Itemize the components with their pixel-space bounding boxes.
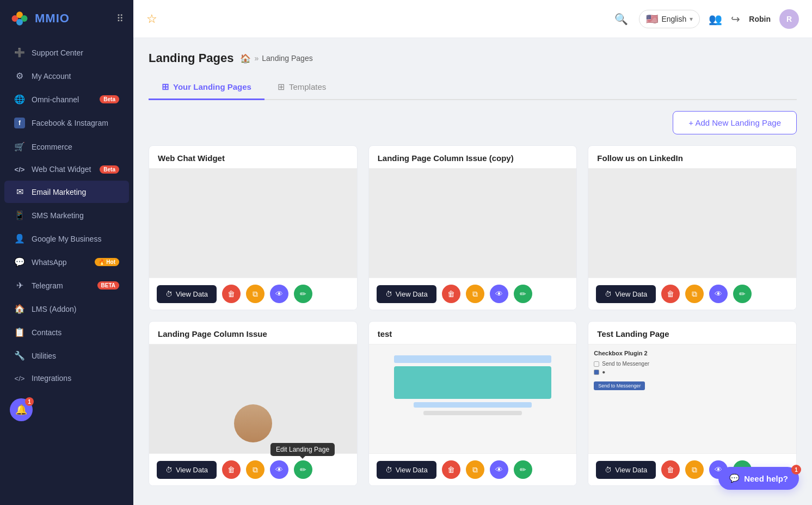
card-actions: ⏱ View Data 🗑 ⧉ 👁 ✏ bbox=[369, 278, 577, 310]
sidebar-item-email[interactable]: ✉ Email Marketing bbox=[4, 181, 129, 203]
sidebar-item-sms[interactable]: 📱 SMS Marketing bbox=[4, 204, 129, 226]
sidebar-item-ecommerce[interactable]: 🛒 Ecommerce bbox=[4, 136, 129, 158]
utilities-icon: 🔧 bbox=[14, 350, 25, 361]
sidebar-item-label: Email Marketing bbox=[32, 188, 119, 196]
notification-button[interactable]: 🔔 1 bbox=[10, 398, 33, 421]
tabs: ⊞ Your Landing Pages ⊞ Templates bbox=[149, 76, 797, 100]
delete-button[interactable]: 🗑 bbox=[222, 460, 241, 479]
tab-icon-your-pages: ⊞ bbox=[162, 82, 169, 92]
sidebar-item-lms[interactable]: 🏠 LMS (Addon) bbox=[4, 298, 129, 320]
grid-icon[interactable]: ⠿ bbox=[116, 13, 124, 24]
card-preview bbox=[149, 344, 357, 453]
sidebar-item-support[interactable]: ➕ Support Center bbox=[4, 41, 129, 64]
copy-button[interactable]: ⧉ bbox=[685, 285, 704, 303]
sidebar-item-label: SMS Marketing bbox=[32, 211, 119, 220]
sidebar-item-label: Telegram bbox=[32, 281, 91, 290]
avatar[interactable]: R bbox=[779, 9, 799, 29]
sidebar-logo: MMIO ⠿ bbox=[0, 0, 133, 37]
test-preview bbox=[369, 344, 577, 453]
preview-heading-bar3 bbox=[423, 411, 522, 415]
contacts-icon: 📋 bbox=[14, 327, 25, 337]
add-new-landing-page-button[interactable]: + Add New Landing Page bbox=[673, 111, 797, 134]
preview-checkbox-row2: ● bbox=[594, 369, 791, 375]
home-icon[interactable]: 🏠 bbox=[240, 53, 251, 64]
main-area: ☆ 🔍 🇺🇸 English ▾ 👥 ↪ Robin R Landing Pag… bbox=[133, 0, 812, 505]
view-data-button[interactable]: ⏱ View Data bbox=[157, 285, 217, 303]
preview-button[interactable]: 👁 bbox=[709, 285, 728, 303]
edit-button-wrapper: ✏ Edit Landing Page bbox=[293, 460, 312, 479]
delete-button[interactable]: 🗑 bbox=[661, 285, 680, 303]
language-label: English bbox=[661, 15, 686, 23]
copy-button[interactable]: ⧉ bbox=[466, 285, 484, 303]
tab-label-templates: Templates bbox=[289, 82, 326, 91]
notification-count: 1 bbox=[25, 397, 34, 406]
whatsapp-icon: 💬 bbox=[14, 257, 25, 267]
view-data-button[interactable]: ⏱ View Data bbox=[596, 461, 656, 479]
sidebar-item-whatsapp[interactable]: 💬 WhatsApp 🔥 Hot bbox=[4, 251, 129, 273]
need-help-label: Need help? bbox=[744, 474, 788, 483]
view-data-button[interactable]: ⏱ View Data bbox=[157, 461, 217, 479]
sidebar-item-omnichannel[interactable]: 🌐 Omni-channel Beta bbox=[4, 88, 129, 110]
edit-button[interactable]: ✏ bbox=[514, 460, 532, 479]
breadcrumb-landing-pages[interactable]: Landing Pages bbox=[262, 54, 312, 63]
sidebar-item-label: Integrations bbox=[32, 374, 119, 383]
preview-heading-bar bbox=[394, 355, 551, 363]
sidebar-item-label: Support Center bbox=[32, 48, 119, 57]
messenger-button: Send to Messenger bbox=[594, 381, 645, 390]
delete-button[interactable]: 🗑 bbox=[661, 460, 680, 479]
preview-button[interactable]: 👁 bbox=[490, 460, 508, 479]
checkbox-label2: ● bbox=[602, 369, 605, 375]
sidebar-item-myaccount[interactable]: ⚙ My Account bbox=[4, 65, 129, 87]
sidebar-item-telegram[interactable]: ✈ Telegram BETA bbox=[4, 274, 129, 297]
search-icon[interactable]: 🔍 bbox=[612, 10, 630, 28]
card-actions: ⏱ View Data 🗑 ⧉ 👁 ✏ bbox=[149, 278, 357, 310]
view-data-button[interactable]: ⏱ View Data bbox=[596, 285, 656, 303]
copy-button[interactable]: ⧉ bbox=[466, 460, 484, 479]
cart-icon: 🛒 bbox=[14, 141, 25, 152]
sidebar-item-webchat[interactable]: </> Web Chat Widget Beta bbox=[4, 159, 129, 180]
clock-icon: ⏱ bbox=[605, 290, 612, 298]
card-preview bbox=[588, 169, 796, 278]
sidebar-item-label: My Account bbox=[32, 72, 119, 81]
preview-button[interactable]: 👁 bbox=[490, 285, 508, 303]
view-data-button[interactable]: ⏱ View Data bbox=[377, 461, 436, 479]
globe-icon: 🌐 bbox=[14, 94, 25, 104]
edit-button[interactable]: ✏ bbox=[294, 285, 312, 303]
sidebar-item-contacts[interactable]: 📋 Contacts bbox=[4, 321, 129, 343]
checkbox-preview: Checkbox Plugin 2 Send to Messenger ● Se… bbox=[588, 344, 796, 453]
card-test-landing-page: Test Landing Page Checkbox Plugin 2 Send… bbox=[588, 321, 797, 486]
copy-button[interactable]: ⧉ bbox=[246, 285, 264, 303]
edit-button[interactable]: ✏ bbox=[733, 285, 752, 303]
delete-button[interactable]: 🗑 bbox=[222, 285, 241, 303]
page-title: Landing Pages bbox=[149, 51, 233, 65]
need-help-count: 1 bbox=[791, 465, 801, 475]
gear-icon: ⚙ bbox=[14, 71, 25, 81]
sidebar-item-googlebusiness[interactable]: 👤 Google My Business bbox=[4, 227, 129, 250]
copy-button[interactable]: ⧉ bbox=[246, 460, 264, 479]
card-landing-page-column-issue: Landing Page Column Issue ⏱ View Data 🗑 … bbox=[149, 321, 358, 486]
delete-button[interactable]: 🗑 bbox=[442, 460, 460, 479]
tab-your-landing-pages[interactable]: ⊞ Your Landing Pages bbox=[149, 76, 264, 100]
need-help-button[interactable]: 💬 Need help? 1 bbox=[718, 467, 799, 490]
language-selector[interactable]: 🇺🇸 English ▾ bbox=[639, 10, 700, 28]
edit-button[interactable]: ✏ bbox=[514, 285, 532, 303]
view-data-button[interactable]: ⏱ View Data bbox=[377, 285, 436, 303]
clock-icon: ⏱ bbox=[385, 466, 392, 474]
clock-icon: ⏱ bbox=[165, 466, 173, 474]
tab-templates[interactable]: ⊞ Templates bbox=[264, 76, 339, 100]
preview-button[interactable]: 👁 bbox=[270, 285, 288, 303]
card-title: test bbox=[369, 322, 577, 344]
copy-button[interactable]: ⧉ bbox=[685, 460, 704, 479]
brand-name: MMIO bbox=[35, 11, 70, 26]
delete-button[interactable]: 🗑 bbox=[442, 285, 460, 303]
preview-button[interactable]: 👁 bbox=[270, 460, 288, 479]
phone-icon: 📱 bbox=[14, 210, 25, 220]
email-icon: ✉ bbox=[14, 187, 25, 197]
star-icon[interactable]: ☆ bbox=[146, 12, 157, 26]
sidebar-item-facebook[interactable]: f Facebook & Instagram bbox=[4, 112, 129, 134]
edit-button[interactable]: ✏ bbox=[294, 460, 312, 479]
users-icon[interactable]: 👥 bbox=[709, 13, 722, 26]
sidebar-item-utilities[interactable]: 🔧 Utilities bbox=[4, 344, 129, 367]
logout-icon[interactable]: ↪ bbox=[731, 13, 740, 26]
sidebar-item-integrations[interactable]: </> Integrations bbox=[4, 368, 129, 389]
